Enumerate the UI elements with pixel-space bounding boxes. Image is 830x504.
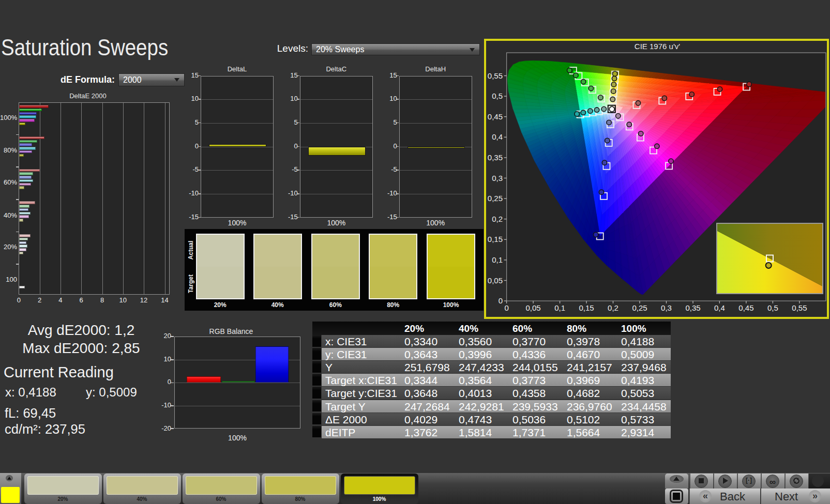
svg-text:0,4: 0,4: [492, 132, 503, 141]
svg-text:0,55: 0,55: [792, 303, 807, 312]
svg-text:0,45: 0,45: [488, 112, 503, 121]
svg-text:0,1: 0,1: [554, 303, 565, 312]
svg-text:0,25: 0,25: [632, 303, 647, 312]
svg-text:0,45: 0,45: [738, 303, 753, 312]
svg-text:0: 0: [499, 296, 503, 305]
svg-text:0,05: 0,05: [488, 276, 503, 285]
svg-text:0,3: 0,3: [661, 303, 672, 312]
svg-text:0,15: 0,15: [488, 235, 503, 243]
svg-text:0,1: 0,1: [492, 255, 503, 264]
svg-text:0,5: 0,5: [492, 91, 503, 100]
svg-text:0: 0: [504, 303, 508, 312]
svg-text:0,25: 0,25: [488, 194, 503, 203]
svg-text:0,4: 0,4: [714, 303, 725, 312]
svg-text:0,3: 0,3: [492, 174, 503, 182]
svg-text:0,35: 0,35: [488, 153, 503, 162]
svg-text:CIE 1976 u'v': CIE 1976 u'v': [635, 42, 680, 51]
svg-text:0,55: 0,55: [488, 71, 503, 80]
svg-text:0,5: 0,5: [767, 303, 778, 312]
svg-text:0,2: 0,2: [492, 215, 503, 223]
svg-text:0,35: 0,35: [685, 303, 700, 312]
svg-text:0,2: 0,2: [608, 303, 618, 312]
svg-text:0,05: 0,05: [525, 303, 540, 312]
svg-text:0,15: 0,15: [579, 303, 594, 312]
